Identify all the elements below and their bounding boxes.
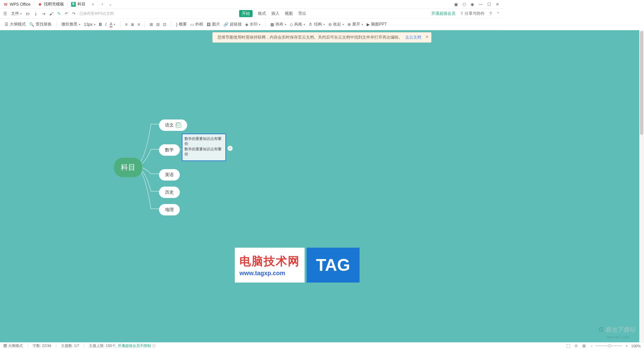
window-close-button[interactable]: ✕ — [496, 2, 499, 7]
mindmap-canvas[interactable]: 科目 语文 数学 英语 历史 地理 数学的重要知识点有哪些 数学的重要知识点有哪… — [0, 30, 503, 272]
mindmap-doc-icon: 导 — [71, 2, 76, 7]
mindmap-ppt-button[interactable]: ▶ 脑图PPT — [367, 21, 387, 27]
window-minimize-button[interactable]: — — [479, 2, 483, 7]
watermark-button[interactable]: ◈ 水印 ▾ — [245, 21, 261, 27]
mindmap-child-node[interactable]: 英语 — [159, 169, 180, 181]
collapse-button[interactable]: ⊖ 收起 ▾ — [328, 21, 344, 27]
menu-file[interactable]: 文件 ▾ — [11, 11, 22, 16]
cube-icon[interactable]: ⬡ — [463, 2, 466, 7]
structure-button[interactable]: ⫚ 结构 ▾ — [309, 21, 325, 27]
menu-start[interactable]: 开始 — [239, 10, 253, 17]
ribbon-toolbar: ☰ 大纲模式 🔍 查找替换 微软雅黑 ▾ 13px ▾ B I A ▾ ≡ ≣ … — [0, 19, 503, 30]
wps-logo-icon: W — [3, 2, 8, 7]
tab-wps-home[interactable]: WWPS Office — [0, 0, 34, 9]
mindmap-child-node[interactable]: 地理 — [159, 204, 180, 215]
node-insert-1-button[interactable]: ⊞ — [150, 22, 153, 27]
share-button[interactable]: ⇪ 分享与协作 — [460, 11, 485, 16]
export-icon[interactable]: ⇥ — [42, 11, 45, 16]
align-left-button[interactable]: ≡ — [125, 22, 127, 27]
notice-close-icon[interactable]: ✕ — [425, 35, 429, 39]
node-insert-3-button[interactable]: ⊡ — [163, 22, 166, 27]
banner-url: www.tagxp.com — [239, 270, 300, 273]
redo-icon[interactable]: ↷ — [72, 11, 75, 16]
format-painter-icon[interactable]: 🖌 — [49, 11, 53, 16]
mindmap-note-node[interactable]: 数学的重要知识点有哪些 数学的重要知识点有哪些 — [182, 134, 226, 161]
tab-list-dropdown[interactable]: ⌄ — [107, 2, 114, 7]
banner-title: 电脑技术网 — [239, 254, 300, 269]
font-color-button[interactable]: A ▾ — [110, 22, 115, 27]
window-maximize-button[interactable]: ☐ — [487, 2, 491, 7]
expand-button[interactable]: ⊕ 展开 ▾ — [347, 21, 363, 27]
tab-templates[interactable]: ◆找稻壳模板 — [34, 0, 68, 9]
help-icon[interactable]: ? — [489, 11, 492, 16]
add-child-button[interactable]: + — [227, 146, 233, 151]
undo-icon[interactable]: ↶ — [65, 11, 68, 16]
canvas-button[interactable]: ▦ 画布 ▾ — [270, 21, 286, 27]
notice-link[interactable]: 去云文档 — [405, 35, 421, 40]
panel-icon[interactable]: ▣ — [454, 2, 458, 7]
menu-bar: ☰ 文件 ▾ 🗁 ⭳ ⇥ 🖌 ✎ ↶ ↷ 已保存至WPS云文档 开始 格式 插入… — [0, 9, 503, 19]
node-insert-2-button[interactable]: ⊟ — [156, 22, 160, 27]
frame-button[interactable]: ▭ 外框 — [190, 21, 203, 27]
new-tab-button[interactable]: ＋ — [98, 1, 107, 7]
style-button[interactable]: ◇ 风格 ▾ — [290, 21, 305, 27]
align-center-button[interactable]: ≣ — [131, 22, 134, 27]
user-avatar-icon[interactable]: ◉ — [471, 2, 474, 7]
cloud-notice-bar: 思维导图使用时需保持联网，内容会实时保存至云文档。关闭后可在云文档中找到文件并打… — [212, 32, 431, 43]
menu-list-icon[interactable]: ☰ — [3, 11, 7, 16]
banner-tag: TAG — [307, 248, 360, 272]
mindmap-child-node[interactable]: 语文 — [159, 119, 187, 131]
link-icon — [176, 122, 181, 128]
title-bar: WWPS Office ◆找稻壳模板 导科目× ＋ ⌄ ▣ ⬡ ◉ — ☐ ✕ — [0, 0, 503, 9]
mindmap-child-node[interactable]: 数学 — [159, 144, 180, 156]
find-replace-button[interactable]: 🔍 查找替换 — [29, 21, 52, 27]
bold-button[interactable]: B — [99, 22, 102, 27]
tab-document[interactable]: 导科目× — [68, 0, 98, 9]
template-icon: ◆ — [38, 2, 42, 7]
save-status: 已保存至WPS云文档 — [79, 11, 114, 16]
overlay-banner: 电脑技术网 www.tagxp.com TAG — [235, 248, 360, 272]
italic-button[interactable]: I — [105, 22, 106, 27]
font-family-select[interactable]: 微软雅黑 ▾ — [61, 21, 80, 27]
image-button[interactable]: 🖼 图片 — [207, 21, 220, 27]
menu-format[interactable]: 格式 — [258, 11, 266, 16]
mindmap-child-node[interactable]: 历史 — [159, 187, 180, 198]
hyperlink-button[interactable]: 🔗 超链接 — [223, 21, 242, 27]
notice-text: 思维导图使用时需保持联网，内容会实时保存至云文档。关闭后可在云文档中找到文件并打… — [217, 35, 402, 40]
menu-insert[interactable]: 插入 — [271, 11, 279, 16]
download-icon[interactable]: ⭳ — [34, 11, 38, 16]
collapse-ribbon-icon[interactable]: ⌃ — [496, 11, 500, 16]
open-icon[interactable]: 🗁 — [26, 11, 30, 16]
vip-upgrade-link[interactable]: 开通超级会员 — [431, 11, 455, 16]
close-tab-icon[interactable]: × — [92, 2, 94, 7]
mindmap-root-node[interactable]: 科目 — [114, 158, 142, 177]
menu-export[interactable]: 导出 — [298, 11, 306, 16]
align-right-button[interactable]: ≡ — [138, 22, 140, 27]
summary-button[interactable]: } 概要 — [176, 21, 187, 27]
outline-mode-button[interactable]: ☰ 大纲模式 — [5, 21, 26, 27]
menu-view[interactable]: 视图 — [285, 11, 293, 16]
highlighter-icon[interactable]: ✎ — [57, 11, 61, 16]
font-size-select[interactable]: 13px ▾ — [84, 22, 96, 27]
